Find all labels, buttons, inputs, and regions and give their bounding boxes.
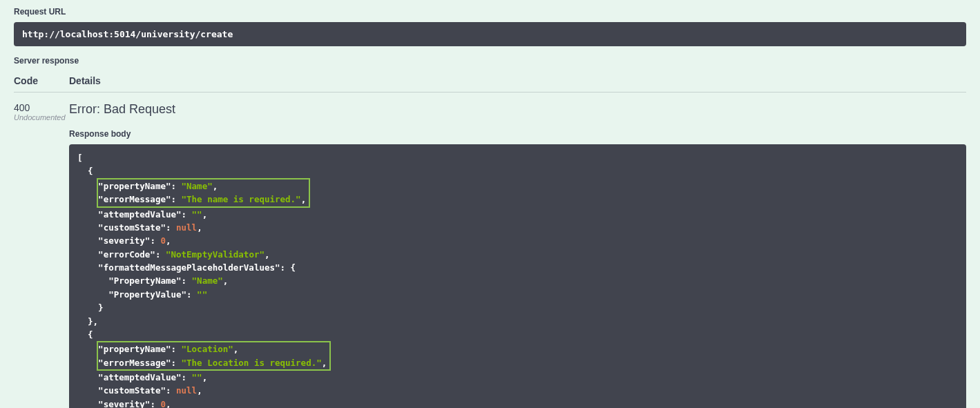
error-title: Error: Bad Request [69,102,966,117]
response-body-label: Response body [69,129,966,139]
undocumented-label: Undocumented [14,113,69,122]
request-url-label: Request URL [14,7,966,17]
server-response-label: Server response [14,56,966,66]
header-details: Details [69,75,966,86]
response-table-header: Code Details [14,75,966,93]
response-body-json: [ { "propertyName": "Name","errorMessage… [69,144,966,408]
response-row: 400 Undocumented Error: Bad Request Resp… [14,102,966,408]
request-url-value: http://localhost:5014/university/create [14,22,966,46]
header-code: Code [14,75,69,86]
status-code: 400 [14,102,69,113]
